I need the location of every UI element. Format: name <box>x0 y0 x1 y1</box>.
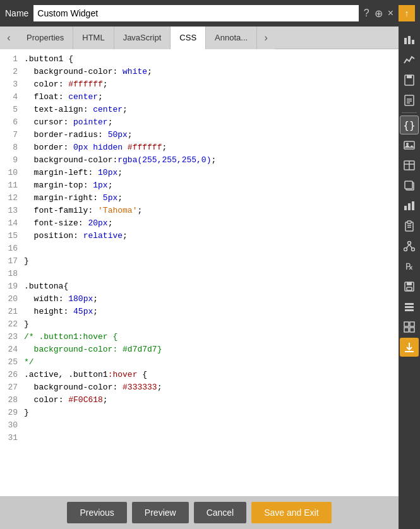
previous-button[interactable]: Previous <box>67 502 126 523</box>
tab-css[interactable]: CSS <box>171 27 206 49</box>
svg-rect-31 <box>405 303 414 305</box>
svg-line-26 <box>407 245 410 249</box>
cancel-button[interactable]: Cancel <box>194 502 247 523</box>
grid-icon[interactable] <box>400 318 419 336</box>
code-line: 7 border-radius: 50px; <box>0 129 399 141</box>
clipboard-icon[interactable] <box>400 217 419 235</box>
code-line: 23 /* .button1:hover { <box>0 331 399 343</box>
svg-rect-36 <box>404 328 409 332</box>
layers-icon[interactable] <box>400 297 419 316</box>
svg-rect-37 <box>410 328 414 332</box>
code-line: 21 height: 45px; <box>0 306 399 318</box>
code-line: 29 } <box>0 407 399 419</box>
svg-rect-17 <box>408 203 411 210</box>
svg-rect-35 <box>410 322 414 326</box>
move-icon[interactable]: ⊕ <box>375 8 383 20</box>
tab-javascript[interactable]: JavaScript <box>114 27 171 49</box>
close-icon[interactable]: × <box>388 8 393 19</box>
code-line: 4 float: center; <box>0 91 399 104</box>
network-icon[interactable] <box>400 237 419 256</box>
tab-html[interactable]: HTML <box>73 27 114 49</box>
svg-rect-1 <box>408 36 411 44</box>
table-icon[interactable] <box>400 156 419 175</box>
code-line: 12 margin-right: 5px; <box>0 192 399 205</box>
right-sidebar: {} ℞ <box>399 27 420 529</box>
svg-point-24 <box>404 248 407 251</box>
chart-area-icon[interactable] <box>400 51 419 69</box>
document-save-icon[interactable] <box>400 71 419 90</box>
sidebar-separator <box>402 112 417 113</box>
svg-rect-0 <box>404 38 407 44</box>
svg-point-23 <box>408 242 411 245</box>
save-exit-button[interactable]: Save and Exit <box>251 502 331 523</box>
help-icon[interactable]: ? <box>364 8 369 19</box>
svg-rect-33 <box>405 309 414 311</box>
code-line: 8 border: 0px hidden #ffffff; <box>0 141 399 154</box>
code-line: 16 <box>0 242 399 255</box>
main-area: ‹ Properties HTML JavaScript CSS Annota.… <box>0 27 420 529</box>
code-line: 10 margin-left: 10px; <box>0 167 399 179</box>
chart2-icon[interactable] <box>400 196 419 215</box>
svg-point-25 <box>412 248 415 251</box>
text-doc-icon[interactable] <box>400 91 419 110</box>
code-line: 17 } <box>0 255 399 268</box>
code-line: 30 <box>0 419 399 432</box>
svg-rect-30 <box>407 287 412 290</box>
code-line: 2 background-color: white; <box>0 66 399 78</box>
code-line: 3 color: #ffffff; <box>0 78 399 91</box>
svg-rect-29 <box>407 282 412 285</box>
code-line: 9 background-color:rgba(255,255,255,0); <box>0 154 399 167</box>
code-line: 27 background-color: #333333; <box>0 381 399 394</box>
svg-rect-18 <box>412 201 414 210</box>
svg-line-27 <box>409 245 412 249</box>
image-icon[interactable] <box>400 136 419 155</box>
header-icons: ? ⊕ × ↑ <box>364 5 415 21</box>
preview-button[interactable]: Preview <box>132 502 189 523</box>
tab-properties[interactable]: Properties <box>18 27 73 49</box>
code-line: 31 <box>0 432 399 444</box>
code-line: 26 .active, .button1:hover { <box>0 369 399 381</box>
code-line: 18 <box>0 268 399 280</box>
code-line: 20 width: 180px; <box>0 293 399 306</box>
svg-rect-16 <box>404 206 407 210</box>
code-line: 19 .buttona{ <box>0 280 399 293</box>
code-line: 6 cursor: pointer; <box>0 116 399 129</box>
copy-icon[interactable] <box>400 176 419 195</box>
tabs-right-arrow[interactable]: › <box>257 27 275 49</box>
code-line: 28 color: #F0C618; <box>0 394 399 407</box>
widget-name-input[interactable] <box>33 5 358 21</box>
save-icon[interactable] <box>400 277 419 296</box>
code-line: 14 font-size: 20px; <box>0 217 399 230</box>
code-line: 22 } <box>0 318 399 331</box>
header: Name ? ⊕ × ↑ <box>0 0 420 27</box>
code-line: 13 font-family: 'Tahoma'; <box>0 205 399 217</box>
code-line: 25 */ <box>0 356 399 369</box>
code-line: 5 text-align: center; <box>0 104 399 116</box>
rx-icon[interactable]: ℞ <box>400 257 419 276</box>
code-editor[interactable]: 1 .button1 { 2 background-color: white; … <box>0 49 399 496</box>
svg-rect-15 <box>405 181 412 189</box>
footer: Previous Preview Cancel Save and Exit <box>0 496 399 529</box>
svg-rect-20 <box>407 221 411 223</box>
svg-rect-34 <box>404 322 409 326</box>
code-line: 1 .button1 { <box>0 53 399 66</box>
download-orange-icon[interactable] <box>400 338 419 357</box>
code-line: 11 margin-top: 1px; <box>0 179 399 192</box>
svg-rect-32 <box>405 306 414 308</box>
code-braces-icon[interactable]: {} <box>400 116 419 134</box>
tab-annotations[interactable]: Annota... <box>206 27 257 49</box>
svg-rect-9 <box>404 141 414 149</box>
content-panel: ‹ Properties HTML JavaScript CSS Annota.… <box>0 27 399 529</box>
svg-rect-4 <box>407 75 412 78</box>
tabs-left-arrow[interactable]: ‹ <box>0 27 18 49</box>
chart-bar-icon[interactable] <box>400 30 419 49</box>
tabs-bar: ‹ Properties HTML JavaScript CSS Annota.… <box>0 27 399 49</box>
upload-icon[interactable]: ↑ <box>399 5 415 21</box>
svg-rect-5 <box>405 95 414 105</box>
name-label: Name <box>5 8 28 18</box>
svg-rect-2 <box>412 40 414 44</box>
code-line: 24 background-color: #d7d7d7} <box>0 343 399 356</box>
code-line: 15 position: relative; <box>0 230 399 242</box>
